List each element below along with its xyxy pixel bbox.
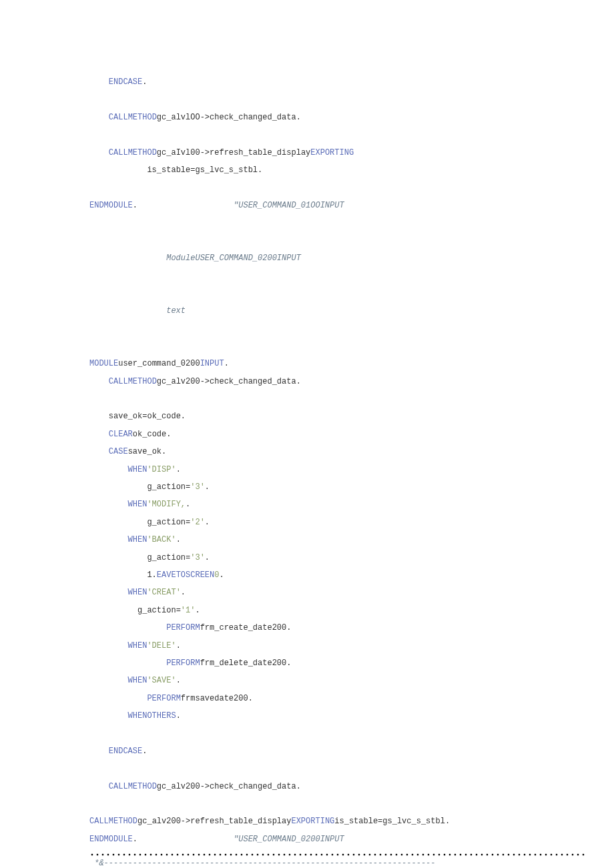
- code-token: .: [142, 77, 147, 87]
- code-token: =: [176, 606, 181, 615]
- code-block: ENDCASE. CALLMETHODgc_alvlOO->check_chan…: [0, 73, 614, 848]
- code-token: gc_aIvl00->refresh_table_display: [157, 148, 310, 157]
- code-token: WHEN: [128, 465, 147, 474]
- code-token: frm_create_date200.: [200, 623, 292, 632]
- code-line: ENDCASE.: [89, 743, 587, 760]
- code-line: PERFORMfrmsavedate200.: [89, 690, 587, 707]
- code-token: .: [205, 553, 210, 562]
- code-line: WHEN'SAVE'.: [89, 672, 587, 689]
- code-line: [89, 795, 587, 813]
- code-line: save_ok=ok_code.: [89, 408, 587, 425]
- code-token: 'DISP': [147, 465, 176, 474]
- code-token: .: [176, 711, 181, 721]
- code-line: [89, 232, 587, 250]
- code-token: CASE: [109, 447, 128, 456]
- code-token: ok_code.: [147, 412, 186, 421]
- code-token: MODULE: [89, 359, 118, 368]
- code-line: WHEN'DISP'.: [89, 461, 587, 478]
- code-token: 1.: [147, 570, 156, 580]
- code-token: METHOD: [128, 377, 157, 386]
- code-token: WHEN: [128, 535, 147, 544]
- code-line: CALLMETHODgc_alv200->check_changed_data.: [89, 373, 587, 390]
- code-line: [89, 338, 587, 355]
- code-line: CALLMETHODgc_alv200->refresh_table_displ…: [89, 813, 587, 830]
- code-token: gc_alv200->refresh_table_display: [137, 817, 291, 826]
- code-token: frmsavedate200.: [181, 694, 253, 703]
- code-token: ENDCASE: [109, 747, 142, 756]
- code-token: gc_alvlOO->check_changed_data.: [157, 113, 301, 122]
- code-token: gc_alv200->check_changed_data.: [157, 377, 301, 386]
- code-line: WHENOTHERS.: [89, 707, 587, 725]
- code-token: METHOD: [128, 148, 157, 157]
- code-token: .: [176, 641, 181, 650]
- code-token: CALL: [109, 113, 128, 122]
- code-line: [89, 267, 587, 284]
- code-line: WHEN'CREAT'.: [89, 584, 587, 601]
- code-token: g_action: [147, 482, 186, 492]
- code-line: text: [89, 302, 587, 320]
- code-token: is_stable: [147, 165, 190, 175]
- code-line: CALLMETHODgc_alvlOO->check_changed_data.: [89, 109, 587, 126]
- code-token: CLEAR: [109, 430, 133, 439]
- code-token: g_action: [147, 553, 186, 562]
- code-token: .: [205, 518, 210, 527]
- code-token: "USER_COMMAND_0200INPUT: [234, 835, 344, 844]
- code-token: CALL: [109, 148, 128, 157]
- code-token: ok_code.: [133, 430, 172, 439]
- code-line: [89, 320, 587, 337]
- code-token: WHEN: [128, 711, 147, 721]
- code-token: PERFORM: [166, 623, 200, 632]
- code-line: PERFORMfrm_delete_date200.: [89, 655, 587, 672]
- code-token: is_stable: [334, 817, 378, 826]
- code-token: OTHERS: [147, 711, 176, 721]
- code-token: .: [176, 676, 181, 685]
- code-line: WHEN'BACK'.: [89, 531, 587, 548]
- code-token: CALL: [89, 817, 109, 826]
- code-token: '3': [190, 482, 205, 492]
- code-line: WHEN'DELE'.: [89, 637, 587, 655]
- code-token: gs_lvc_s_stbl.: [195, 165, 262, 175]
- code-token: gs_lvc_s_stbl.: [382, 817, 450, 826]
- code-token: TO: [176, 570, 186, 580]
- code-line: g_action='2'.: [89, 514, 587, 531]
- code-token: .: [224, 359, 229, 368]
- code-token: METHOD: [128, 782, 157, 791]
- code-line: [89, 214, 587, 232]
- code-line: g_action='3'.: [89, 549, 587, 566]
- code-token: "USER_COMMAND_01OOINPUT: [234, 201, 344, 210]
- code-token: g_action: [147, 518, 186, 527]
- code-token: '1': [181, 606, 196, 615]
- code-token: PERFORM: [166, 659, 200, 668]
- code-line: ENDCASE.: [89, 73, 587, 91]
- code-token: save_ok.: [128, 447, 167, 456]
- comment-divider: *&--------------------------------------…: [0, 857, 614, 868]
- code-token: SCREEN: [186, 570, 214, 580]
- code-token: WHEN: [128, 676, 147, 685]
- code-line: WHEN'MODIFY,.: [89, 496, 587, 513]
- code-token: .: [186, 500, 190, 509]
- code-token: EXPORTING: [291, 817, 334, 826]
- code-line: [89, 760, 587, 777]
- code-line: ENDMODULE. "USER_COMMAND_0200INPUT: [89, 831, 587, 848]
- code-line: CASEsave_ok.: [89, 443, 587, 460]
- code-line: g_action='1'.: [89, 602, 587, 619]
- code-token: ENDCASE: [109, 77, 142, 87]
- code-line: ModuleUSER_COMMAND_0200INPUT: [89, 250, 587, 267]
- code-line: g_action='3'.: [89, 478, 587, 496]
- code-token: PERFORM: [147, 694, 180, 703]
- code-token: save_ok: [109, 412, 142, 421]
- code-token: ModuleUSER_COMMAND_0200INPUT: [166, 254, 301, 263]
- code-line: PERFORMfrm_create_date200.: [89, 619, 587, 636]
- code-line: [89, 179, 587, 196]
- code-token: .: [176, 465, 181, 474]
- code-token: .: [176, 535, 181, 544]
- code-token: '2': [190, 518, 205, 527]
- code-token: WHEN: [128, 500, 147, 509]
- code-token: .: [181, 588, 186, 597]
- code-token: WHEN: [128, 588, 147, 597]
- code-line: [89, 725, 587, 742]
- code-token: .: [133, 835, 234, 844]
- code-token: .: [142, 747, 147, 756]
- code-token: EXPORTING: [310, 148, 354, 157]
- code-token: 'SAVE': [147, 676, 176, 685]
